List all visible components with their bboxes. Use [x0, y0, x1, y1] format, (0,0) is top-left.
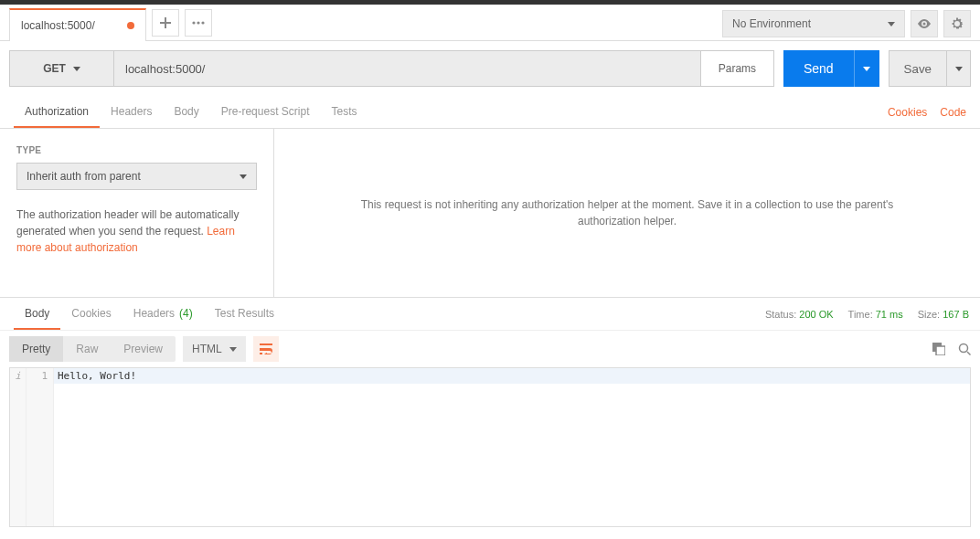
chevron-down-icon [73, 67, 80, 71]
chevron-down-icon [888, 22, 895, 26]
wrap-icon [260, 343, 272, 354]
chevron-down-icon [240, 174, 247, 179]
svg-point-1 [197, 21, 199, 24]
params-button[interactable]: Params [701, 50, 774, 87]
chevron-down-icon [229, 347, 237, 352]
svg-line-7 [967, 352, 971, 355]
search-icon [958, 343, 971, 355]
auth-description: The authorization header will be automat… [16, 206, 257, 256]
auth-helper-message: This request is not inheriting any autho… [274, 129, 980, 297]
format-pretty[interactable]: Pretty [9, 336, 63, 362]
wrap-lines-button[interactable] [253, 336, 279, 362]
send-button[interactable]: Send [783, 50, 854, 87]
format-raw[interactable]: Raw [63, 336, 111, 362]
auth-type-select[interactable]: Inherit auth from parent [16, 163, 257, 190]
settings-button[interactable] [943, 10, 971, 37]
size-meta: Size: 167 B [918, 309, 969, 320]
auth-type-value: Inherit auth from parent [27, 170, 141, 183]
response-meta: Status: 200 OK Time: 71 ms Size: 167 B [765, 298, 969, 331]
svg-point-0 [192, 21, 195, 24]
resp-tab-headers[interactable]: Headers (4) [122, 298, 204, 330]
response-format-bar: Pretty Raw Preview HTML [0, 331, 980, 367]
http-method-select[interactable]: GET [9, 50, 114, 87]
ellipsis-icon [192, 21, 205, 25]
environment-select[interactable]: No Environment [722, 10, 905, 37]
svg-point-6 [960, 344, 968, 353]
tab-prerequest[interactable]: Pre-request Script [210, 96, 321, 128]
status-meta: Status: 200 OK [765, 309, 834, 320]
tab-body[interactable]: Body [163, 96, 209, 128]
request-tab[interactable]: localhost:5000/ [9, 8, 146, 41]
http-method-label: GET [43, 62, 66, 75]
header-tabs-row: localhost:5000/ No Environment [0, 5, 980, 41]
resp-tab-cookies[interactable]: Cookies [60, 298, 122, 330]
plus-icon [160, 17, 171, 28]
chevron-down-icon [955, 67, 963, 71]
gear-icon [951, 17, 964, 30]
svg-rect-5 [936, 346, 945, 355]
url-input[interactable] [114, 50, 701, 87]
new-tab-button[interactable] [152, 9, 179, 37]
request-tab-title: localhost:5000/ [21, 19, 95, 32]
search-response-button[interactable] [958, 343, 971, 355]
line-number-gutter: 1 [27, 368, 54, 526]
resp-tab-body[interactable]: Body [14, 298, 60, 330]
tab-headers[interactable]: Headers [100, 96, 163, 128]
response-body-viewer[interactable]: i 1 Hello, World! [9, 367, 971, 527]
cookies-link[interactable]: Cookies [888, 106, 927, 119]
environment-label: No Environment [732, 17, 811, 30]
copy-icon [932, 343, 945, 355]
response-language-select[interactable]: HTML [183, 336, 246, 362]
unsaved-indicator-icon [127, 22, 134, 29]
authorization-panel: TYPE Inherit auth from parent The author… [0, 129, 980, 298]
save-button[interactable]: Save [889, 50, 947, 87]
tab-tests[interactable]: Tests [320, 96, 368, 128]
resp-tab-tests[interactable]: Test Results [204, 298, 285, 330]
response-line: Hello, World! [54, 368, 970, 384]
send-options-button[interactable] [854, 50, 879, 87]
headers-count-badge: (4) [179, 307, 193, 320]
save-options-button[interactable] [947, 50, 971, 87]
auth-type-label: TYPE [16, 145, 257, 155]
code-link[interactable]: Code [940, 106, 966, 119]
response-tabs: Body Cookies Headers (4) Test Results St… [0, 298, 980, 331]
chevron-down-icon [863, 67, 870, 71]
environment-quicklook-button[interactable] [911, 10, 938, 37]
request-url-bar: GET Params Send Save [0, 41, 980, 96]
svg-point-3 [923, 23, 926, 26]
format-preview[interactable]: Preview [111, 336, 176, 362]
tab-options-button[interactable] [185, 9, 212, 37]
eye-icon [917, 19, 932, 28]
copy-response-button[interactable] [932, 343, 945, 355]
svg-point-2 [201, 21, 204, 24]
request-tabs: Authorization Headers Body Pre-request S… [0, 96, 980, 129]
tab-authorization[interactable]: Authorization [14, 96, 100, 128]
time-meta: Time: 71 ms [848, 309, 903, 320]
fold-gutter: i [10, 368, 27, 526]
